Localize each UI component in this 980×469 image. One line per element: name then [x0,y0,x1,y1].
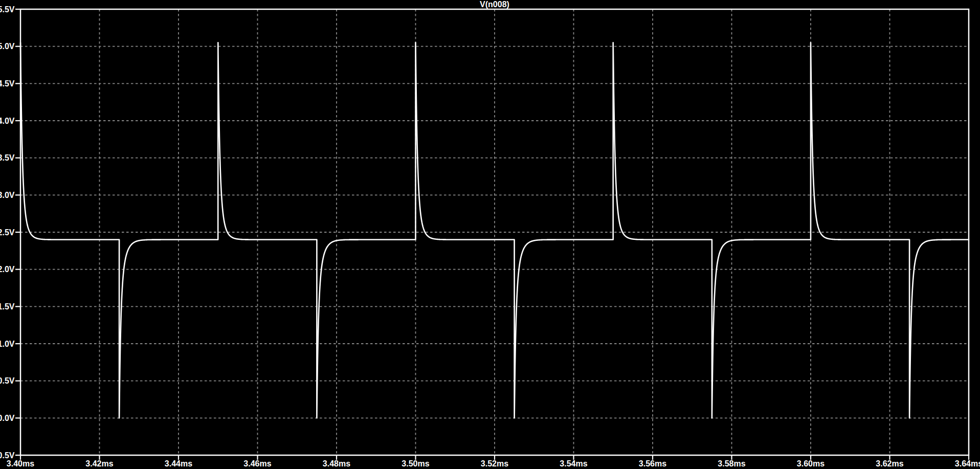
x-tick-label: 3.60ms [797,459,825,468]
x-tick-label: 3.46ms [243,459,271,468]
x-tick-label: 3.52ms [481,459,508,468]
y-tick-label: 3.0V [0,191,15,199]
x-tick-label: 3.62ms [876,459,903,468]
y-tick-label: 0.0V [0,414,15,422]
x-tick-label: 3.54ms [560,459,587,468]
y-tick-label: 1.0V [0,340,15,348]
x-tick-label: 3.40ms [7,459,34,468]
y-tick-label: -0.5V [0,451,15,460]
x-tick-label: 3.64ms [955,459,980,468]
x-tick-label: 3.56ms [639,459,666,468]
y-tick-label: 4.5V [0,79,15,88]
plot-pane[interactable]: 3.40ms3.42ms3.44ms3.46ms3.48ms3.50ms3.52… [0,0,980,469]
y-tick-label: 4.0V [0,117,15,125]
y-tick-label: 2.5V [0,228,15,237]
y-tick-label: 5.0V [0,42,15,51]
y-tick-label: 0.5V [0,376,15,385]
y-tick-label: 1.5V [0,302,15,311]
x-tick-label: 3.48ms [323,459,350,468]
waveform-viewer: V(n008) 3.40ms3.42ms3.44ms3.46ms3.48ms3.… [0,0,980,469]
x-tick-label: 3.58ms [718,459,745,468]
x-tick-label: 3.44ms [165,459,192,468]
y-tick-label: 2.0V [0,265,15,274]
y-tick-label: 3.5V [0,153,15,162]
x-tick-label: 3.42ms [85,459,113,468]
y-tick-label: 5.5V [0,5,15,14]
x-tick-label: 3.50ms [402,459,429,468]
